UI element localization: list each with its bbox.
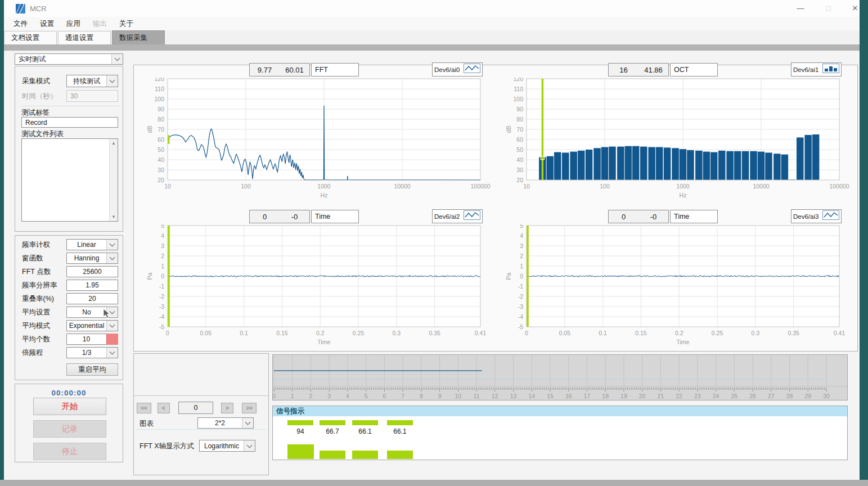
param-row: 倍频程 1/3	[15, 346, 123, 359]
tab-channel-settings[interactable]: 通道设置	[58, 31, 111, 44]
svg-text:5: 5	[365, 393, 368, 399]
list-scrollbar[interactable]: ▲ ▼	[109, 139, 118, 221]
menu-about[interactable]: 关于	[113, 19, 140, 29]
scroll-up-icon[interactable]: ▲	[110, 139, 118, 147]
fft-cursor-readout: 9.7760.01	[249, 63, 310, 76]
fft-type-input[interactable]: FFT	[311, 63, 359, 76]
chevron-down-icon[interactable]	[106, 75, 118, 87]
svg-text:0.05: 0.05	[559, 330, 571, 336]
svg-text:100: 100	[513, 96, 523, 102]
restart-average-button[interactable]: 重启平均	[66, 363, 118, 376]
chevron-down-icon[interactable]	[106, 348, 118, 358]
menu-application[interactable]: 应用	[60, 19, 87, 29]
start-button[interactable]: 开始	[33, 398, 106, 415]
svg-text:0: 0	[520, 273, 523, 280]
test-tag-input[interactable]: Record	[21, 117, 118, 128]
svg-text:6: 6	[383, 393, 386, 399]
average-mode-select[interactable]: Exponential	[66, 320, 118, 331]
svg-text:9: 9	[438, 393, 442, 399]
fft-xaxis-label: FFT X轴显示方式	[140, 442, 194, 451]
maximize-button[interactable]: □	[820, 0, 837, 17]
svg-text:0.35: 0.35	[788, 330, 799, 336]
tab-document-settings[interactable]: 文档设置	[4, 31, 57, 44]
svg-text:22: 22	[676, 393, 682, 399]
oct-type-input[interactable]: OCT	[670, 63, 718, 76]
svg-text:120: 120	[513, 78, 523, 82]
svg-text:7: 7	[401, 393, 404, 399]
signal-level-bar	[287, 420, 313, 425]
oct-plot[interactable]: 2030405060708090100110120101001000100001…	[494, 78, 853, 205]
time-ai3-plot[interactable]: -5-4-3-2-101234500.050.10.150.20.250.30.…	[494, 224, 853, 352]
signal-level-value: 94	[287, 428, 313, 435]
svg-text:0.25: 0.25	[712, 330, 723, 336]
param-row: FFT 点数 25600	[15, 265, 123, 278]
fft-points-input[interactable]: 25600	[66, 266, 118, 277]
scroll-down-icon[interactable]: ▼	[110, 213, 118, 221]
svg-text:5: 5	[161, 224, 164, 229]
param-label: 频率计权	[22, 240, 66, 250]
record-button[interactable]: 记录	[33, 420, 106, 438]
pager-next-button[interactable]: >	[221, 403, 233, 413]
param-row: 平均个数 10	[15, 332, 123, 346]
svg-text:-4: -4	[159, 313, 164, 320]
fft-plot[interactable]: 2030405060708090100110120101001000100001…	[135, 78, 494, 205]
svg-text:120: 120	[154, 78, 164, 82]
tab-data-acquisition[interactable]: 数据采集	[112, 30, 165, 44]
freq-weighting-select[interactable]: Linear	[66, 239, 118, 250]
pager-first-button[interactable]: <<	[137, 403, 151, 413]
test-mode-select[interactable]: 实时测试	[15, 53, 123, 65]
param-label: 频率分辨率	[22, 281, 66, 290]
signal-indicator-title: 信号指示	[273, 406, 847, 416]
time-ai3-type-input[interactable]: Time	[670, 210, 718, 223]
pager-prev-button[interactable]: <	[158, 403, 170, 413]
octave-select[interactable]: 1/3	[66, 347, 118, 358]
svg-text:4: 4	[346, 393, 349, 399]
fft-xaxis-select[interactable]: Logarithmic	[199, 440, 255, 452]
waveform-icon	[822, 210, 839, 222]
time-ai2-plot[interactable]: -5-4-3-2-101234500.050.10.150.20.250.30.…	[135, 224, 494, 352]
window-title: MCR	[30, 4, 47, 13]
chart-layout-select[interactable]: 2*2	[197, 417, 254, 429]
param-label: 窗函数	[22, 254, 66, 263]
time-ai2-type-input[interactable]: Time	[311, 210, 359, 223]
menu-settings[interactable]: 设置	[34, 19, 60, 29]
pager-last-button[interactable]: >>	[242, 403, 257, 413]
svg-text:-2: -2	[159, 293, 164, 300]
chevron-down-icon[interactable]	[111, 54, 123, 64]
test-file-list[interactable]: ▲ ▼	[21, 138, 118, 222]
fft-channel-selector[interactable]: Dev6/ai0	[432, 62, 483, 76]
svg-text:40: 40	[158, 156, 164, 163]
oct-cursor-readout: 1641.86	[608, 63, 669, 76]
chevron-down-icon[interactable]	[244, 440, 255, 451]
menu-file[interactable]: 文件	[7, 19, 34, 29]
chevron-down-icon[interactable]	[106, 253, 118, 263]
svg-text:1: 1	[161, 263, 164, 269]
close-button[interactable]: ✕	[847, 0, 863, 17]
svg-text:13: 13	[510, 393, 517, 399]
waveform-icon	[464, 64, 480, 75]
time-ai2-channel-selector[interactable]: Dev6/ai2	[432, 209, 483, 223]
window-function-select[interactable]: Hanning	[66, 253, 118, 264]
chevron-down-icon[interactable]	[242, 418, 253, 428]
svg-text:Pa: Pa	[146, 272, 153, 280]
overlap-input[interactable]: 20	[66, 293, 118, 304]
acq-mode-select[interactable]: 持续测试	[66, 75, 118, 87]
stop-button[interactable]: 停止	[33, 443, 106, 460]
svg-text:0.3: 0.3	[393, 330, 401, 336]
pager-value[interactable]: 0	[178, 402, 213, 414]
svg-text:0.41: 0.41	[475, 330, 487, 336]
minimize-button[interactable]: —	[792, 0, 809, 17]
chevron-down-icon[interactable]	[106, 321, 118, 331]
param-label: 平均个数	[22, 335, 66, 344]
svg-text:11: 11	[474, 393, 480, 399]
signal-meter-block	[387, 451, 413, 459]
oct-channel-selector[interactable]: Dev6/ai1	[791, 62, 842, 76]
svg-text:0.15: 0.15	[276, 330, 288, 336]
svg-text:70: 70	[516, 126, 523, 133]
freq-resolution-input[interactable]: 1.95	[66, 280, 118, 291]
time-chart-panel-ai2: 0-0 Time Dev6/ai2 -5-4-3-2-101234500.050…	[135, 206, 494, 352]
time-input[interactable]: 30	[66, 90, 118, 102]
chevron-down-icon[interactable]	[106, 240, 118, 250]
time-ai3-channel-selector[interactable]: Dev6/ai3	[791, 209, 842, 223]
param-label: 平均设置	[22, 308, 66, 317]
